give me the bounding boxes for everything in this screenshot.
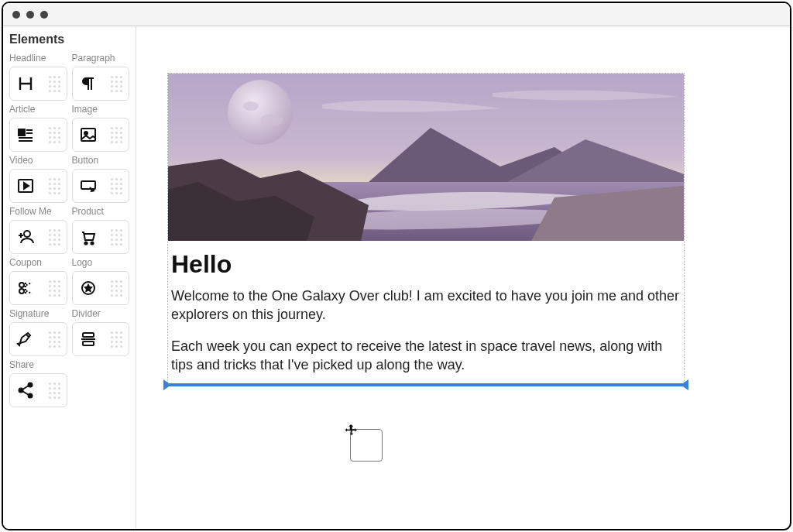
element-cell: Product [72,206,130,254]
move-cursor-icon [345,424,359,438]
drag-ghost-paragraph[interactable] [350,429,383,462]
drag-grip-icon [41,279,62,297]
signature-icon [15,328,36,350]
drag-grip-icon [104,279,125,297]
svg-rect-1 [81,129,95,141]
product-icon [77,226,99,248]
article-icon [15,124,36,146]
element-label: Coupon [9,257,67,268]
sidebar-title: Elements [9,33,129,46]
element-label: Signature [9,308,67,319]
element-cell: Follow Me [9,206,67,254]
element-tile-share[interactable] [9,373,67,407]
element-label: Video [9,155,67,166]
elements-sidebar: Elements Headline Paragraph Article Imag… [3,26,136,529]
email-body[interactable]: Hello Welcome to the One Galaxy Over clu… [168,241,684,383]
paragraph-icon [77,73,99,94]
headline-icon [15,73,36,94]
element-tile-image[interactable] [72,118,130,152]
svg-point-5 [24,231,30,237]
drag-grip-icon [104,74,125,93]
element-tile-logo[interactable] [72,271,130,305]
hero-image[interactable] [168,74,684,241]
share-icon [15,379,36,401]
element-label: Image [72,104,130,115]
drag-grip-icon [41,125,62,144]
button-icon [77,175,99,197]
email-heading[interactable]: Hello [168,250,684,279]
element-tile-follow-me[interactable] [9,220,67,254]
element-cell: Article [9,104,67,152]
drop-line [168,383,684,386]
svg-rect-0 [19,129,25,136]
element-cell: Video [9,155,67,203]
svg-point-20 [261,114,283,126]
drop-cap-left [163,379,171,390]
drag-grip-icon [41,177,62,195]
svg-point-6 [84,242,87,244]
window-dot[interactable] [12,11,20,19]
drag-grip-icon [104,330,125,348]
element-cell: Image [72,104,130,152]
follow-icon [15,226,36,248]
element-label: Product [72,206,130,217]
svg-point-19 [243,101,259,111]
element-tile-headline[interactable] [9,67,67,101]
element-cell: Logo [72,257,130,305]
svg-point-7 [91,242,93,244]
window-dot[interactable] [40,11,48,19]
element-label: Follow Me [9,206,67,217]
coupon-icon [15,277,36,299]
element-cell: Coupon [9,257,67,305]
element-cell: Divider [72,308,130,356]
element-label: Paragraph [72,53,130,63]
drag-grip-icon [104,228,125,246]
element-label: Headline [9,53,67,63]
svg-rect-11 [83,333,94,337]
svg-point-18 [228,80,293,145]
window-dot[interactable] [26,11,34,19]
divider-icon [77,328,99,350]
editor-canvas[interactable]: Hello Welcome to the One Galaxy Over clu… [136,26,790,529]
email-paragraph-1[interactable]: Welcome to the One Galaxy Over club! I a… [168,287,684,324]
svg-rect-4 [81,181,95,189]
app-body: Elements Headline Paragraph Article Imag… [3,26,790,529]
window-titlebar [3,3,790,26]
svg-point-2 [84,132,88,135]
browser-window: Elements Headline Paragraph Article Imag… [2,2,791,530]
image-icon [77,124,99,146]
element-tile-article[interactable] [9,118,67,152]
element-tile-signature[interactable] [9,322,67,356]
element-cell: Paragraph [72,53,130,101]
drop-cap-right [681,379,688,390]
element-tile-product[interactable] [72,220,130,254]
element-label: Article [9,104,67,115]
logo-icon [77,277,99,299]
drag-grip-icon [41,330,62,348]
element-cell: Signature [9,308,67,356]
drag-grip-icon [41,228,62,246]
element-tile-paragraph[interactable] [72,67,130,101]
drag-grip-icon [104,177,125,195]
element-label: Share [9,359,67,370]
element-tile-video[interactable] [9,169,67,203]
drag-grip-icon [104,125,125,144]
element-label: Divider [72,308,130,319]
element-cell: Headline [9,53,67,101]
element-tile-divider[interactable] [72,322,130,356]
svg-rect-12 [83,342,94,345]
element-tile-button[interactable] [72,169,130,203]
email-paragraph-2[interactable]: Each week you can expect to receive the … [168,337,684,375]
element-label: Logo [72,257,130,268]
element-cell: Share [9,359,67,407]
video-icon [15,175,36,197]
element-label: Button [72,155,130,166]
drag-grip-icon [41,74,62,93]
drag-grip-icon [41,381,62,400]
element-tile-coupon[interactable] [9,271,67,305]
email-block[interactable]: Hello Welcome to the One Galaxy Over clu… [167,73,685,384]
element-cell: Button [72,155,130,203]
